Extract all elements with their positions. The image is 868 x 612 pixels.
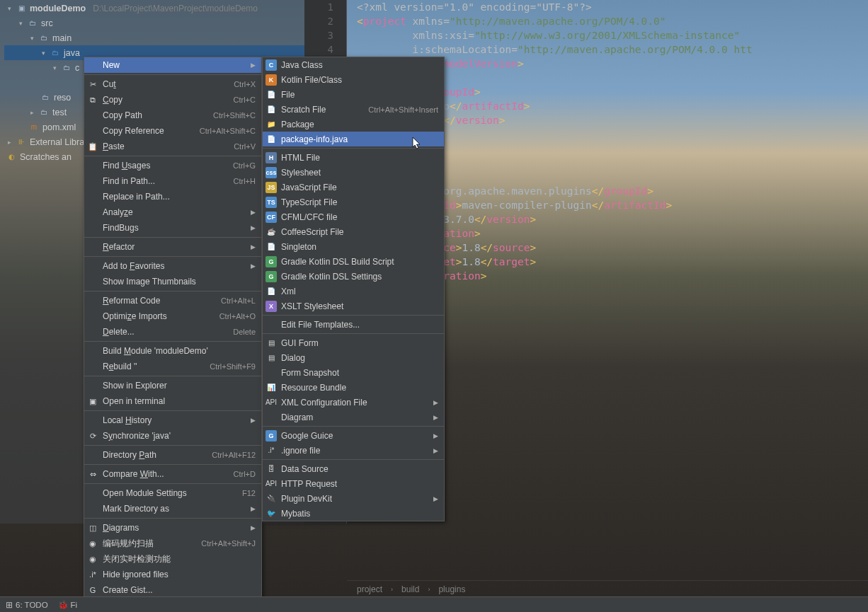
- menu-item[interactable]: Refactor▶: [84, 239, 261, 255]
- menu-item[interactable]: ◫Diagrams▶: [84, 520, 261, 536]
- menu-item[interactable]: Form Snapshot: [263, 365, 444, 380]
- menu-item[interactable]: Copy PathCtrl+Shift+C: [84, 108, 261, 123]
- menu-label: Find in Path...: [103, 176, 234, 186]
- menu-item[interactable]: GGradle Kotlin DSL Settings: [263, 269, 444, 284]
- menu-shortcut: Ctrl+G: [233, 161, 256, 170]
- menu-item[interactable]: APIXML Configuration File▶: [263, 395, 444, 410]
- menu-icon: .i*: [87, 569, 98, 580]
- menu-item[interactable]: APIHTTP Request: [263, 476, 444, 491]
- menu-item[interactable]: New▶: [84, 57, 261, 73]
- menu-item[interactable]: JSJavaScript File: [263, 180, 444, 195]
- menu-label: CoffeeScript File: [281, 227, 438, 237]
- menu-icon: ▣: [87, 396, 98, 407]
- menu-item[interactable]: 📄Singleton: [263, 239, 444, 254]
- menu-label: Synchronize 'java': [103, 431, 256, 441]
- menu-item[interactable]: ⟳Synchronize 'java': [84, 428, 261, 444]
- findbugs-tool[interactable]: 🐞 Fi: [58, 600, 78, 610]
- menu-item[interactable]: TSTypeScript File: [263, 195, 444, 209]
- menu-item[interactable]: ⧉CopyCtrl+C: [84, 92, 261, 108]
- menu-icon: ◫: [87, 522, 98, 533]
- breadcrumb[interactable]: project › build › plugins: [347, 580, 868, 597]
- menu-item[interactable]: Rebuild ''Ctrl+Shift+F9: [84, 359, 261, 374]
- breadcrumb-item[interactable]: build: [401, 584, 419, 594]
- chevron-right-icon: ▶: [251, 243, 256, 250]
- menu-item[interactable]: ✂CutCtrl+X: [84, 76, 261, 92]
- menu-item[interactable]: ⇔Compare With...Ctrl+D: [84, 466, 261, 482]
- menu-item[interactable]: Directory PathCtrl+Alt+F12: [84, 447, 261, 463]
- tree-root[interactable]: ▾ ▣ moduleDemo D:\LocalProject\MavenProj…: [4, 1, 304, 16]
- menu-item[interactable]: .i*Hide ignored files: [84, 567, 261, 582]
- menu-item[interactable]: cssStylesheet: [263, 165, 444, 180]
- menu-item[interactable]: CFCFML/CFC file: [263, 209, 444, 224]
- menu-item[interactable]: ▣Open in terminal: [84, 393, 261, 409]
- menu-item[interactable]: Optimize ImportsCtrl+Alt+O: [84, 308, 261, 324]
- menu-item[interactable]: Show in Explorer: [84, 378, 261, 393]
- menu-label: Resource Bundle: [281, 383, 438, 393]
- context-menu[interactable]: New▶✂CutCtrl+X⧉CopyCtrl+CCopy PathCtrl+S…: [84, 57, 262, 612]
- menu-item[interactable]: 📄Scratch FileCtrl+Alt+Shift+Insert: [263, 102, 444, 117]
- new-submenu[interactable]: CJava ClassKKotlin File/Class📄File📄Scrat…: [262, 57, 445, 521]
- menu-item[interactable]: FindBugs▶: [84, 220, 261, 236]
- menu-item[interactable]: 📄Xml: [263, 284, 444, 299]
- tree-folder-main[interactable]: ▾ 🗀 main: [4, 30, 304, 45]
- menu-item[interactable]: 📄File: [263, 87, 444, 102]
- menu-item[interactable]: XXSLT Stylesheet: [263, 299, 444, 313]
- menu-item[interactable]: .i*.ignore file▶: [263, 443, 444, 458]
- menu-label: Mark Directory as: [103, 504, 251, 514]
- menu-item[interactable]: ☕CoffeeScript File: [263, 224, 444, 239]
- menu-label: Java Class: [281, 60, 438, 70]
- menu-item[interactable]: Add to Favorites▶: [84, 258, 261, 274]
- menu-item[interactable]: Show Image Thumbnails: [84, 274, 261, 289]
- menu-item[interactable]: 🗄Data Source: [263, 461, 444, 476]
- menu-item[interactable]: Reformat CodeCtrl+Alt+L: [84, 293, 261, 308]
- menu-item[interactable]: Delete...Delete: [84, 324, 261, 340]
- menu-item[interactable]: 🐦Mybatis: [263, 506, 444, 521]
- menu-item[interactable]: Diagram▶: [263, 410, 444, 425]
- menu-item[interactable]: Local History▶: [84, 412, 261, 428]
- menu-item[interactable]: GGradle Kotlin DSL Build Script: [263, 254, 444, 269]
- menu-item[interactable]: 📊Resource Bundle: [263, 380, 444, 395]
- menu-item[interactable]: Edit File Templates...: [263, 317, 444, 332]
- menu-item[interactable]: HHTML File: [263, 150, 444, 165]
- menu-item[interactable]: Copy ReferenceCtrl+Alt+Shift+C: [84, 123, 261, 139]
- menu-icon: G: [265, 256, 277, 267]
- menu-item[interactable]: ◉编码规约扫描Ctrl+Alt+Shift+J: [84, 536, 261, 551]
- folder-icon: 🗀: [27, 18, 38, 29]
- chevron-down-icon: ▾: [28, 35, 35, 42]
- breadcrumb-item[interactable]: plugins: [438, 584, 465, 594]
- menu-item[interactable]: 🔌Plugin DevKit▶: [263, 491, 444, 506]
- menu-item[interactable]: ▤Dialog: [263, 350, 444, 365]
- menu-label: Add to Favorites: [103, 261, 251, 271]
- menu-item[interactable]: Mark Directory as▶: [84, 501, 261, 516]
- chevron-right-icon: ▶: [251, 209, 256, 216]
- menu-item[interactable]: Open Module SettingsF12: [84, 485, 261, 501]
- menu-item[interactable]: KKotlin File/Class: [263, 72, 444, 87]
- menu-item[interactable]: Build Module 'moduleDemo': [84, 343, 261, 359]
- menu-icon: G: [265, 271, 277, 282]
- menu-item[interactable]: Replace in Path...: [84, 189, 261, 204]
- menu-item[interactable]: 📄package-info.java: [263, 132, 444, 146]
- menu-item[interactable]: ▤GUI Form: [263, 335, 444, 350]
- menu-label: Open in terminal: [103, 396, 256, 406]
- menu-label: Compare With...: [103, 469, 234, 479]
- folder-icon: 🗀: [38, 33, 50, 44]
- chevron-right-icon: ▶: [251, 417, 256, 424]
- menu-item[interactable]: Analyze▶: [84, 204, 261, 220]
- menu-item[interactable]: GCreate Gist...: [84, 582, 261, 598]
- menu-item[interactable]: 📋PasteCtrl+V: [84, 139, 261, 154]
- menu-item[interactable]: 📁Package: [263, 117, 444, 132]
- menu-label: Build Module 'moduleDemo': [103, 346, 256, 356]
- breadcrumb-item[interactable]: project: [357, 584, 382, 594]
- menu-shortcut: Ctrl+X: [234, 80, 256, 88]
- menu-item[interactable]: GGoogle Guice▶: [263, 428, 444, 443]
- menu-label: HTML File: [281, 153, 438, 163]
- menu-label: Gradle Kotlin DSL Build Script: [281, 257, 438, 267]
- tree-folder-src[interactable]: ▾ 🗀 src: [4, 16, 304, 30]
- todo-tool[interactable]: ⊞ 6: TODO: [6, 600, 48, 610]
- menu-item[interactable]: CJava Class: [263, 57, 444, 72]
- menu-item[interactable]: Find in Path...Ctrl+H: [84, 173, 261, 189]
- menu-item[interactable]: Find UsagesCtrl+G: [84, 158, 261, 173]
- menu-icon: ✂: [87, 79, 98, 90]
- menu-label: TypeScript File: [281, 197, 438, 207]
- menu-item[interactable]: ◉关闭实时检测功能: [84, 551, 261, 567]
